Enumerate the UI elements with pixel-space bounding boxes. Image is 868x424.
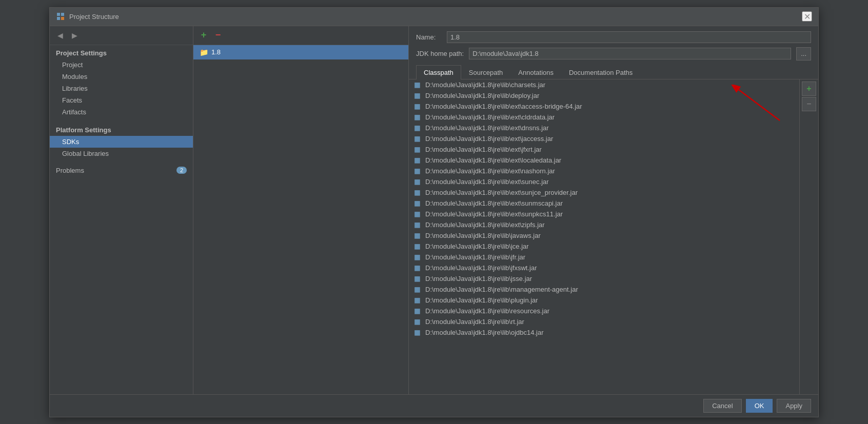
- classpath-item[interactable]: ▦D:\module\Java\jdk1.8\jre\lib\jfr.jar: [409, 252, 799, 263]
- classpath-item[interactable]: ▦D:\module\Java\jdk1.8\jre\lib\ext\sunec…: [409, 176, 799, 187]
- classpath-buttons: + −: [799, 79, 818, 394]
- jar-icon: ▦: [414, 189, 422, 196]
- jar-icon: ▦: [414, 199, 422, 207]
- name-label: Name:: [416, 33, 442, 41]
- jar-icon: ▦: [414, 232, 422, 239]
- sidebar-item-sdks[interactable]: SDKs: [50, 136, 193, 148]
- classpath-item[interactable]: ▦D:\module\Java\jdk1.8\jre\lib\ext\sunpk…: [409, 209, 799, 219]
- classpath-item[interactable]: ▦D:\module\Java\jdk1.8\jre\lib\ext\cldrd…: [409, 112, 799, 123]
- classpath-item[interactable]: ▦D:\module\Java\jdk1.8\jre\lib\jsse.jar: [409, 273, 799, 284]
- jar-icon: ▦: [414, 329, 422, 336]
- sdk-remove-button[interactable]: −: [212, 29, 224, 42]
- classpath-item[interactable]: ▦D:\module\Java\jdk1.8\jre\lib\resources…: [409, 306, 799, 316]
- jar-icon: ▦: [414, 103, 422, 110]
- classpath-item[interactable]: ▦D:\module\Java\jdk1.8\jre\lib\plugin.ja…: [409, 295, 799, 306]
- classpath-item[interactable]: ▦D:\module\Java\jdk1.8\jre\lib\jce.jar: [409, 241, 799, 252]
- jar-icon: ▦: [414, 221, 422, 229]
- sdk-panel: + − 📁 1.8: [193, 26, 409, 394]
- jar-icon: ▦: [414, 286, 422, 293]
- problems-badge: 2: [176, 167, 187, 174]
- app-icon: [56, 12, 65, 21]
- classpath-item[interactable]: ▦D:\module\Java\jdk1.8\jre\lib\ext\jfxrt…: [409, 144, 799, 155]
- classpath-remove-button[interactable]: −: [802, 97, 816, 111]
- forward-button[interactable]: ▶: [68, 29, 81, 42]
- sdk-folder-icon: 📁: [200, 48, 208, 56]
- classpath-item[interactable]: ▦D:\module\Java\jdk1.8\jre\lib\ext\local…: [409, 155, 799, 166]
- tab-sourcepath[interactable]: Sourcepath: [461, 65, 511, 79]
- jar-icon: ▦: [414, 253, 422, 261]
- classpath-item[interactable]: ▦D:\module\Java\jdk1.8\jre\lib\ext\sunms…: [409, 198, 799, 209]
- jar-icon: ▦: [414, 275, 422, 282]
- sdk-item-1.8[interactable]: 📁 1.8: [193, 45, 408, 59]
- svg-rect-3: [61, 17, 64, 20]
- problems-row[interactable]: Problems 2: [50, 164, 193, 177]
- sidebar-divider-1: [50, 118, 193, 122]
- classpath-content: ▦D:\module\Java\jdk1.8\jre\lib\charsets.…: [409, 79, 818, 394]
- jar-icon: ▦: [414, 92, 422, 99]
- tab-classpath[interactable]: Classpath: [416, 65, 461, 79]
- title-bar-left: Project Structure: [56, 12, 119, 21]
- jdk-home-input[interactable]: [469, 48, 791, 59]
- title-bar: Project Structure ✕: [50, 8, 818, 26]
- svg-rect-1: [61, 13, 64, 16]
- classpath-item[interactable]: ▦D:\module\Java\jdk1.8\jre\lib\managemen…: [409, 284, 799, 295]
- classpath-item[interactable]: ▦D:\module\Java\jdk1.8\jre\lib\ext\acces…: [409, 101, 799, 112]
- sidebar-item-artifacts[interactable]: Artifacts: [50, 106, 193, 118]
- ok-button[interactable]: OK: [746, 399, 773, 413]
- svg-rect-2: [57, 17, 60, 20]
- classpath-item[interactable]: ▦D:\module\Java\jdk1.8\jre\lib\ext\dnsns…: [409, 123, 799, 133]
- cancel-button[interactable]: Cancel: [703, 399, 741, 413]
- close-button[interactable]: ✕: [802, 11, 812, 22]
- classpath-item[interactable]: ▦D:\module\Java\jdk1.8\jre\lib\ext\nasho…: [409, 166, 799, 176]
- jar-icon: ▦: [414, 210, 422, 218]
- sidebar-item-project[interactable]: Project: [50, 59, 193, 71]
- sdk-add-button[interactable]: +: [198, 29, 210, 42]
- project-settings-header: Project Settings: [50, 45, 193, 59]
- jar-icon: ▦: [414, 264, 422, 272]
- classpath-item[interactable]: ▦D:\module\Java\jdk1.8\jre\lib\charsets.…: [409, 79, 799, 90]
- jar-icon: ▦: [414, 243, 422, 250]
- jar-icon: ▦: [414, 124, 422, 132]
- classpath-item[interactable]: ▦D:\module\Java\jdk1.8\jre\lib\ojdbc14.j…: [409, 327, 799, 338]
- classpath-item[interactable]: ▦D:\module\Java\jdk1.8\jre\lib\deploy.ja…: [409, 90, 799, 101]
- project-structure-dialog: Project Structure ✕ ◀ ▶ Project Settings…: [49, 7, 819, 417]
- tabs-bar: Classpath Sourcepath Annotations Documen…: [409, 65, 818, 79]
- classpath-item[interactable]: ▦D:\module\Java\jdk1.8\jre\lib\ext\zipfs…: [409, 219, 799, 230]
- sdk-list: 📁 1.8: [193, 45, 408, 394]
- sdk-toolbar: + −: [193, 26, 408, 45]
- classpath-item[interactable]: ▦D:\module\Java\jdk1.8\jre\lib\jfxswt.ja…: [409, 263, 799, 273]
- sidebar-divider-2: [50, 159, 193, 164]
- jar-icon: ▦: [414, 146, 422, 153]
- jar-icon: ▦: [414, 318, 422, 326]
- classpath-item[interactable]: ▦D:\module\Java\jdk1.8\jre\lib\ext\sunjc…: [409, 187, 799, 198]
- dialog-title: Project Structure: [69, 13, 119, 21]
- jar-icon: ▦: [414, 135, 422, 143]
- classpath-item[interactable]: ▦D:\module\Java\jdk1.8\jre\lib\ext\jacce…: [409, 133, 799, 144]
- browse-button[interactable]: ...: [796, 47, 811, 60]
- classpath-add-button[interactable]: +: [802, 82, 816, 96]
- problems-label: Problems: [56, 167, 84, 174]
- jar-icon: ▦: [414, 113, 422, 121]
- classpath-list: ▦D:\module\Java\jdk1.8\jre\lib\charsets.…: [409, 79, 799, 394]
- svg-rect-0: [57, 13, 60, 16]
- tab-annotations[interactable]: Annotations: [510, 65, 561, 79]
- jar-icon: ▦: [414, 296, 422, 304]
- back-button[interactable]: ◀: [54, 29, 66, 42]
- jar-icon: ▦: [414, 178, 422, 186]
- jar-icon: ▦: [414, 167, 422, 175]
- sidebar-item-global-libraries[interactable]: Global Libraries: [50, 148, 193, 159]
- sdk-item-label: 1.8: [211, 48, 221, 56]
- tab-documentation-paths[interactable]: Documentation Paths: [561, 65, 640, 79]
- sidebar: ◀ ▶ Project Settings Project Modules Lib…: [50, 26, 193, 394]
- main-content: ◀ ▶ Project Settings Project Modules Lib…: [50, 26, 818, 394]
- jar-icon: ▦: [414, 81, 422, 89]
- sidebar-item-facets[interactable]: Facets: [50, 94, 193, 106]
- sidebar-item-libraries[interactable]: Libraries: [50, 83, 193, 94]
- name-input[interactable]: [447, 31, 811, 43]
- classpath-item[interactable]: ▦D:\module\Java\jdk1.8\jre\lib\rt.jar: [409, 316, 799, 327]
- apply-button[interactable]: Apply: [777, 399, 811, 413]
- sidebar-item-modules[interactable]: Modules: [50, 71, 193, 83]
- name-row: Name:: [409, 26, 818, 47]
- classpath-item[interactable]: ▦D:\module\Java\jdk1.8\jre\lib\javaws.ja…: [409, 230, 799, 241]
- jar-icon: ▦: [414, 307, 422, 315]
